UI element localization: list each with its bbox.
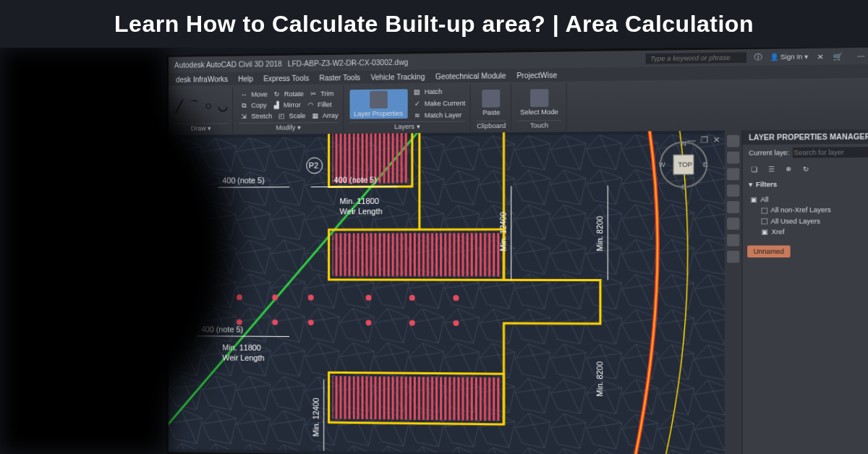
drawing-canvas[interactable]: — ❐ ✕ [169, 131, 725, 454]
minimize-button[interactable]: — [857, 52, 864, 60]
menu-vehicle-tracking[interactable]: Vehicle Tracking [370, 72, 425, 81]
menu-geotechnical[interactable]: Geotechnical Module [435, 72, 506, 80]
exchange-icon[interactable]: ✕ [814, 51, 825, 62]
tool-array[interactable]: ▦Array [310, 111, 339, 121]
svg-point-13 [366, 295, 372, 301]
svg-point-19 [366, 320, 372, 325]
tree-node-used[interactable]: All Used Layers [750, 215, 868, 226]
array-icon: ▦ [310, 111, 320, 121]
menu-express-tools[interactable]: Express Tools [263, 74, 309, 82]
freeze-icon[interactable]: ❄ [783, 164, 794, 175]
tool-trim[interactable]: ✂Trim [308, 88, 333, 99]
monitor: Autodesk AutoCAD Civil 3D 2018 LFD-ABP-Z… [166, 45, 868, 454]
menu-raster-tools[interactable]: Raster Tools [319, 73, 360, 82]
layer-chip-unnamed[interactable]: Unnamed [747, 245, 791, 257]
palette-tool-8[interactable] [727, 251, 739, 263]
palette-tool-1[interactable] [727, 135, 739, 147]
svg-point-18 [308, 320, 314, 325]
svg-text:Weir Length: Weir Length [340, 207, 383, 215]
svg-point-15 [453, 295, 459, 301]
svg-text:Min. 12400: Min. 12400 [498, 212, 508, 251]
ribbon-group-layers: Layer Properties ▨Hatch ✓Make Current ≋M… [345, 84, 471, 132]
drawing-svg: P2 400 (note 5) 400 (note 5) 400 (note 5… [169, 131, 725, 454]
workspace: — ❐ ✕ [169, 129, 868, 454]
trim-icon: ✂ [308, 89, 318, 99]
help-search-input[interactable] [646, 52, 746, 64]
svg-rect-8 [333, 233, 501, 276]
menu-projectwise[interactable]: ProjectWise [516, 71, 557, 80]
fillet-icon: ◠ [305, 100, 315, 110]
person-silhouette [0, 48, 246, 454]
tool-scale[interactable]: ◰Scale [276, 111, 305, 121]
refresh-icon[interactable]: ↻ [801, 164, 812, 175]
tool-fillet[interactable]: ◠Fillet [305, 100, 332, 111]
ribbon-group-modify: ↔Move ↻Rotate ✂Trim ⧉Copy ▟Mirror ◠Fille… [234, 85, 344, 133]
svg-text:Min. 8200: Min. 8200 [595, 361, 604, 397]
panel-title: LAYER PROPERTIES MANAGER ✕ [743, 129, 868, 145]
svg-point-17 [272, 320, 278, 325]
svg-text:Min. 11800: Min. 11800 [340, 197, 379, 205]
svg-text:400 (note 5): 400 (note 5) [334, 175, 377, 184]
mirror-icon: ▟ [271, 100, 281, 110]
svg-text:W: W [659, 161, 666, 168]
hatch-icon: ▨ [412, 87, 422, 97]
right-tool-palette [725, 130, 742, 454]
match-layer-icon: ≋ [412, 111, 422, 121]
svg-text:N: N [681, 140, 686, 147]
svg-text:Min. 8200: Min. 8200 [595, 216, 604, 252]
select-mode-button[interactable]: Select Mode [517, 87, 561, 118]
view-cube[interactable]: TOP N S E W [657, 138, 711, 191]
palette-tool-2[interactable] [727, 152, 739, 164]
group-label-touch: Touch [517, 120, 561, 129]
select-mode-icon [530, 89, 548, 107]
make-current-icon: ✓ [412, 98, 422, 108]
group-label-clipboard: Clipboard [477, 121, 506, 130]
palette-tool-3[interactable] [727, 168, 739, 180]
ribbon-group-clipboard: Paste Clipboard [472, 84, 511, 132]
svg-text:Min. 12400: Min. 12400 [311, 398, 320, 437]
tool-match-layer[interactable]: ≋Match Layer [412, 110, 465, 121]
app-document: LFD-ABP-Z3-W2-DR-CX-03002.dwg [288, 58, 409, 67]
paste-icon [482, 90, 501, 108]
svg-text:S: S [681, 184, 686, 191]
tool-hatch[interactable]: ▨Hatch [412, 86, 465, 97]
signin-button[interactable]: 👤 Sign In ▾ [770, 53, 808, 61]
scene: Autodesk AutoCAD Civil 3D 2018 LFD-ABP-Z… [0, 48, 868, 454]
group-label-layers[interactable]: Layers ▾ [349, 121, 465, 131]
scale-icon: ◰ [276, 111, 286, 121]
svg-line-23 [311, 187, 398, 187]
tool-rotate[interactable]: ↻Rotate [272, 89, 304, 100]
svg-rect-9 [333, 376, 501, 421]
overlay-title: Learn How to Calculate Built-up area? | … [0, 0, 868, 48]
tree-node-xref[interactable]: ▣ Xref [750, 226, 868, 237]
filters-header[interactable]: ▾Filters [743, 177, 868, 192]
svg-text:TOP: TOP [678, 160, 692, 168]
tree-node-non-xref[interactable]: All non-Xref Layers [750, 205, 868, 216]
layer-states-icon[interactable]: ☰ [766, 164, 777, 175]
palette-tool-7[interactable] [727, 234, 739, 247]
tool-mirror[interactable]: ▟Mirror [271, 100, 301, 111]
tool-make-current[interactable]: ✓Make Current [412, 98, 465, 109]
cart-icon[interactable]: 🛒 [832, 51, 843, 61]
tree-node-all[interactable]: ▣ All [750, 194, 868, 205]
filter-tree: ▣ All All non-Xref Layers All Used Layer… [743, 191, 868, 241]
svg-point-12 [308, 295, 314, 301]
layer-properties-panel: LAYER PROPERTIES MANAGER ✕ Current laye:… [742, 129, 868, 454]
rotate-icon: ↻ [272, 89, 282, 99]
layer-properties-button[interactable]: Layer Properties [349, 89, 407, 119]
svg-point-14 [409, 295, 415, 301]
svg-text:E: E [703, 160, 707, 168]
new-layer-icon[interactable]: ❏ [749, 164, 760, 175]
viewport-close-icon[interactable]: ✕ [713, 135, 720, 145]
group-label-modify[interactable]: Modify ▾ [239, 122, 339, 132]
paste-button[interactable]: Paste [477, 88, 506, 118]
ribbon: ╱ ⌒ ○ ◡ Draw ▾ ↔Move ↻Rotate ✂Trim ⧉Copy [169, 77, 868, 135]
layer-search-input[interactable] [792, 147, 868, 158]
palette-tool-4[interactable] [727, 184, 739, 197]
palette-tool-5[interactable] [727, 201, 739, 213]
svg-point-11 [272, 294, 278, 300]
layers-icon [370, 91, 388, 109]
info-icon[interactable]: ⓘ [753, 52, 764, 63]
palette-tool-6[interactable] [727, 218, 739, 230]
svg-text:P2: P2 [309, 161, 318, 170]
